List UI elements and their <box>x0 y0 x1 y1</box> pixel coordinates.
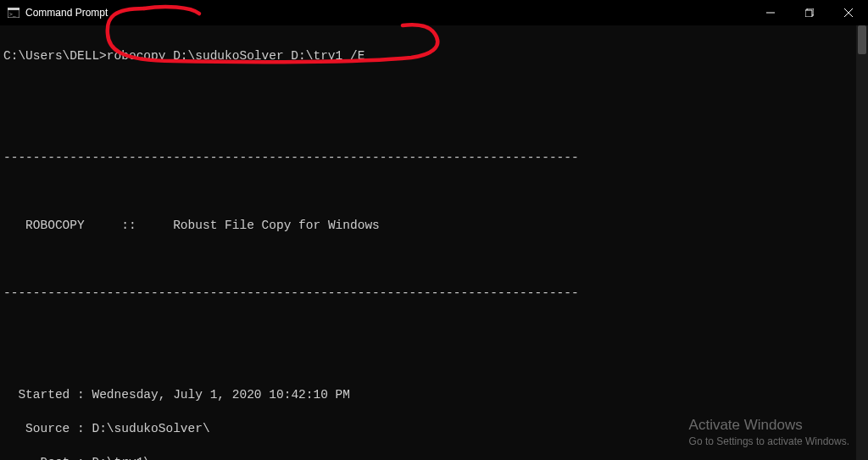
close-button[interactable] <box>829 0 868 25</box>
scrollbar-track[interactable] <box>856 25 868 460</box>
blank-line <box>3 115 856 132</box>
window-title: Command Prompt <box>25 7 108 19</box>
window-titlebar: >_ Command Prompt <box>0 0 868 25</box>
svg-rect-1 <box>8 8 19 10</box>
svg-text:>_: >_ <box>9 11 16 18</box>
prompt-command: robocopy D:\sudukoSolver D:\try1 /E <box>107 49 365 63</box>
prompt-line: C:\Users\DELL>robocopy D:\sudukoSolver D… <box>3 47 856 64</box>
info-label: Dest : <box>41 456 85 460</box>
blank-line <box>3 81 856 98</box>
source-line: Source : D:\sudukoSolver\ <box>3 420 856 437</box>
maximize-button[interactable] <box>790 0 829 25</box>
blank-line <box>3 183 856 200</box>
banner-line: ROBOCOPY :: Robust File Copy for Windows <box>3 217 856 234</box>
started-line: Started : Wednesday, July 1, 2020 10:42:… <box>3 386 856 403</box>
banner-desc: Robust File Copy for Windows <box>173 219 380 232</box>
blank-line <box>3 251 856 268</box>
info-label: Source : <box>25 422 85 435</box>
separator-line: ----------------------------------------… <box>3 149 856 166</box>
blank-line <box>3 319 856 335</box>
info-value: D:\try1\ <box>92 456 151 460</box>
cmd-icon: >_ <box>7 6 20 19</box>
info-value: D:\sudukoSolver\ <box>92 422 209 435</box>
banner-sep: :: <box>121 219 136 232</box>
blank-line <box>3 352 856 369</box>
banner-label: ROBOCOPY <box>25 219 85 232</box>
prompt-path: C:\Users\DELL> <box>3 49 107 63</box>
info-label: Started : <box>18 388 84 402</box>
svg-rect-3 <box>805 10 812 17</box>
dest-line: Dest : D:\try1\ <box>3 454 856 460</box>
scrollbar-thumb[interactable] <box>858 25 866 54</box>
terminal-output[interactable]: C:\Users\DELL>robocopy D:\sudukoSolver D… <box>0 25 856 460</box>
separator-line: ----------------------------------------… <box>3 285 856 302</box>
info-value: Wednesday, July 1, 2020 10:42:10 PM <box>92 388 350 402</box>
window-controls <box>751 0 868 25</box>
minimize-button[interactable] <box>751 0 790 25</box>
